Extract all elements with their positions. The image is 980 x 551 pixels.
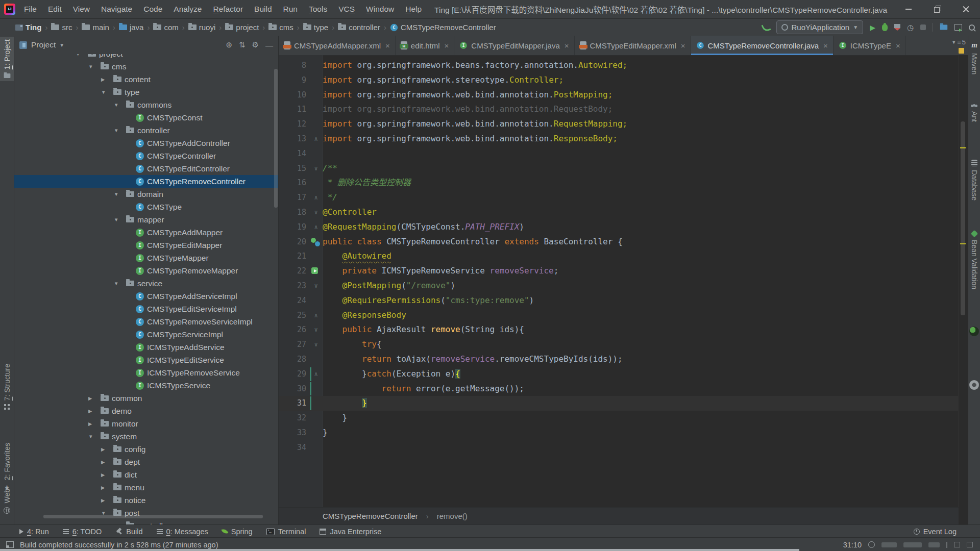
tree-item-content[interactable]: ▶content	[14, 73, 278, 86]
code-line-29[interactable]: 29∧ }catch(Exception e){	[279, 367, 959, 382]
build-hook-icon[interactable]	[761, 22, 771, 32]
breadcrumb-item[interactable]: controller	[338, 23, 380, 32]
tree-item-dict[interactable]: ▶dict	[14, 468, 278, 481]
breadcrumb-item[interactable]: Ting	[15, 23, 41, 32]
tree-item-CMSTypeEditMapper[interactable]: ICMSTypeEditMapper	[14, 239, 278, 252]
tree-item-cms[interactable]: ▼cms	[14, 60, 278, 73]
collapse-all-icon[interactable]: ⇅	[239, 40, 246, 49]
close-icon[interactable]: ×	[385, 41, 390, 50]
chevron-expanded-icon[interactable]: ▼	[114, 217, 123, 222]
chevron-expanded-icon[interactable]: ▼	[114, 281, 123, 286]
highlighting-level-icon[interactable]	[967, 542, 973, 547]
coverage-button[interactable]	[894, 24, 900, 31]
tree-item-CMSTypeMapper[interactable]: ICMSTypeMapper	[14, 252, 278, 264]
chevron-collapsed-icon[interactable]: ▶	[101, 485, 110, 490]
spring-bean-icon[interactable]	[309, 264, 323, 278]
code-line-26[interactable]: 26∨ public AjaxResult remove(String ids)…	[279, 322, 959, 337]
tree-item-controller[interactable]: ▼controller	[14, 124, 278, 137]
fold-marker-icon[interactable]: ∧	[309, 308, 323, 323]
chevron-expanded-icon[interactable]: ▼	[114, 191, 123, 197]
code-line-11[interactable]: 11import org.springframework.web.bind.an…	[279, 102, 959, 117]
menu-refactor[interactable]: Refactor	[207, 0, 249, 18]
code-line-27[interactable]: 27∨ try{	[279, 337, 959, 352]
code-line-12[interactable]: 12import org.springframework.web.bind.an…	[279, 117, 959, 132]
chevron-collapsed-icon[interactable]: ▶	[101, 472, 110, 478]
menu-file[interactable]: File	[18, 0, 42, 18]
tree-item-ICMSTypeService[interactable]: IICMSTypeService	[14, 379, 278, 392]
breadcrumb-item[interactable]: java	[119, 23, 144, 32]
menu-help[interactable]: Help	[400, 0, 427, 18]
tree-item-ICMSTypeEditService[interactable]: IICMSTypeEditService	[14, 354, 278, 366]
tree-item-CMSTypeRemoveMapper[interactable]: ICMSTypeRemoveMapper	[14, 264, 278, 277]
stripe-tab-bean-validation[interactable]: Bean Validation	[968, 229, 980, 292]
code-line-22[interactable]: 22 private ICMSTypeRemoveService removeS…	[279, 264, 959, 279]
close-icon[interactable]: ×	[565, 41, 569, 50]
stop-button[interactable]	[920, 24, 926, 30]
fold-marker-icon[interactable]: ∨	[309, 322, 323, 337]
toolwindow-button-terminal[interactable]: Terminal	[266, 528, 306, 536]
code-line-31[interactable]: 31 }	[279, 396, 959, 411]
debug-button[interactable]	[882, 24, 888, 31]
fold-marker-icon[interactable]: ∨	[309, 337, 323, 352]
tree-item-CMSTypeEditServiceImpl[interactable]: CCMSTypeEditServiceImpl	[14, 303, 278, 315]
tree-item-CMSTypeAddMapper[interactable]: ICMSTypeAddMapper	[14, 226, 278, 239]
tree-item-ICMSTypeAddService[interactable]: IICMSTypeAddService	[14, 341, 278, 354]
locate-file-icon[interactable]: ⊕	[226, 40, 232, 49]
gear-icon[interactable]: ⚙	[252, 40, 259, 49]
chevron-collapsed-icon[interactable]: ▶	[101, 77, 110, 82]
menu-edit[interactable]: Edit	[42, 0, 67, 18]
breadcrumb-class[interactable]: CMSTypeRemoveController	[323, 512, 418, 520]
tree-item-CMSTypeAddServiceImpl[interactable]: CCMSTypeAddServiceImpl	[14, 290, 278, 303]
code-line-9[interactable]: 9import org.springframework.stereotype.C…	[279, 73, 959, 88]
code-line-17[interactable]: 17∧ */	[279, 190, 959, 205]
menu-view[interactable]: View	[67, 0, 95, 18]
tree-item-system[interactable]: ▼system	[14, 430, 278, 443]
close-icon[interactable]: ×	[823, 41, 828, 50]
plugin-icon-green[interactable]	[969, 327, 979, 336]
code-line-10[interactable]: 10import org.springframework.web.bind.an…	[279, 88, 959, 103]
code-line-33[interactable]: 33}	[279, 425, 959, 440]
hidden-tabs-button[interactable]: ▼ ≡ 5	[951, 38, 966, 46]
status-circle-icon[interactable]	[868, 541, 875, 548]
code-line-15[interactable]: 15∨/**	[279, 161, 959, 176]
tree-item-project[interactable]: ▼project	[14, 54, 278, 60]
code-line-23[interactable]: 23∨ @PostMapping("/remove")	[279, 279, 959, 293]
toolwindow-button-messages[interactable]: 0: Messages	[157, 528, 208, 536]
code-line-28[interactable]: 28 return toAjax(removeService.removeCMS…	[279, 352, 959, 367]
code-line-8[interactable]: 8import org.springframework.beans.factor…	[279, 58, 959, 73]
breadcrumb-item[interactable]: project	[225, 23, 259, 32]
stripe-tab-7-structure[interactable]: 7: Structure	[0, 361, 14, 412]
toolwindow-toggle-icon[interactable]	[6, 541, 14, 548]
breadcrumb-item[interactable]: src	[51, 23, 72, 32]
status-widget[interactable]	[928, 542, 940, 547]
code-line-34[interactable]: 34	[279, 440, 959, 455]
breadcrumb-item[interactable]: cms	[268, 23, 293, 32]
fold-marker-icon[interactable]: ∧	[309, 190, 323, 205]
chevron-expanded-icon[interactable]: ▼	[114, 102, 123, 108]
chevron-expanded-icon[interactable]: ▼	[88, 64, 97, 69]
fold-marker-icon[interactable]: ∨	[309, 279, 323, 293]
tree-item-demo[interactable]: ▶demo	[14, 405, 278, 417]
toolwindow-button-run[interactable]: 4: Run	[19, 528, 49, 536]
code-line-14[interactable]: 14	[279, 146, 959, 161]
close-icon[interactable]: ×	[681, 41, 685, 50]
tree-item-monitor[interactable]: ▶monitor	[14, 417, 278, 430]
menu-code[interactable]: Code	[138, 0, 168, 18]
close-button[interactable]	[951, 0, 980, 18]
tab-ICMSTypeE[interactable]: IICMSTypeE×	[834, 36, 906, 55]
stripe-tab-maven[interactable]: mMaven	[968, 38, 980, 77]
inspections-indicator[interactable]	[959, 48, 964, 54]
tab-edit.html[interactable]: edit.html×	[396, 36, 454, 55]
stripe-tab-web[interactable]: Web	[0, 486, 14, 516]
fold-marker-icon[interactable]: ∨	[309, 161, 323, 176]
fold-marker-icon[interactable]: ∧	[309, 220, 323, 235]
tree-item-CMSType[interactable]: CCMSType	[14, 201, 278, 213]
event-log-button[interactable]: Event Log	[914, 528, 957, 536]
chevron-collapsed-icon[interactable]: ▶	[101, 446, 110, 452]
minimize-button[interactable]	[894, 0, 923, 18]
tree-item-menu[interactable]: ▶menu	[14, 481, 278, 494]
caret-position[interactable]: 31:10	[843, 541, 862, 549]
status-widget[interactable]	[881, 542, 897, 547]
menu-window[interactable]: Window	[360, 0, 400, 18]
breadcrumb-item[interactable]: CCMSTypeRemoveController	[390, 23, 496, 32]
